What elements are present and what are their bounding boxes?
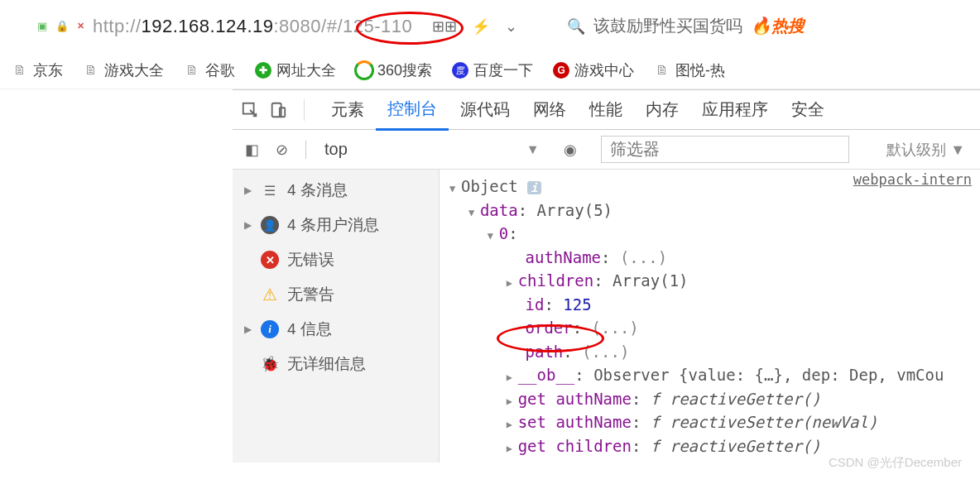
360-search-icon: [356, 62, 372, 79]
file-icon: 🗎: [12, 62, 28, 79]
devtools-panel: 元素 控制台 源代码 网络 性能 内存 应用程序 安全 ◧ ⊘ top ▼ ◉ …: [233, 89, 980, 462]
bookmark-jd[interactable]: 🗎京东: [12, 60, 63, 80]
console-output[interactable]: webpack-intern ▼Object i ▼data: Array(5)…: [440, 170, 980, 462]
tab-console[interactable]: 控制台: [376, 89, 449, 131]
sidebar-warnings[interactable]: ⚠无警告: [233, 277, 439, 312]
sidebar-toggle-icon[interactable]: ◧: [241, 141, 262, 159]
watermark: CSDN @光仔December: [829, 455, 962, 471]
360-guard-icon: ✚: [255, 62, 271, 79]
devtools-tabs: 元素 控制台 源代码 网络 性能 内存 应用程序 安全: [233, 90, 980, 130]
lock-icon: 🔒: [55, 20, 69, 32]
search-box[interactable]: 🔍 该鼓励野性买国货吗 🔥热搜: [567, 15, 805, 37]
info-icon: i: [261, 320, 279, 338]
device-icon[interactable]: [269, 101, 287, 119]
inspect-icon[interactable]: [241, 101, 259, 119]
dropdown-icon[interactable]: ▼: [526, 142, 540, 157]
bookmark-tuyue[interactable]: 🗎图悦-热: [654, 60, 725, 80]
list-icon: ☰: [261, 181, 279, 199]
sidebar-errors[interactable]: ✕无错误: [233, 242, 439, 277]
file-icon: 🗎: [654, 62, 670, 79]
baidu-icon: 度: [452, 62, 468, 79]
level-selector[interactable]: 默认级别 ▼: [886, 140, 965, 160]
tab-application[interactable]: 应用程序: [690, 90, 780, 129]
console-toolbar: ◧ ⊘ top ▼ ◉ 默认级别 ▼: [233, 130, 980, 170]
tab-elements[interactable]: 元素: [319, 90, 376, 129]
game-icon: G: [553, 62, 569, 79]
filter-input[interactable]: [601, 136, 849, 163]
bookmark-baidu[interactable]: 度百度一下: [452, 60, 533, 80]
tab-security[interactable]: 安全: [780, 90, 836, 129]
bookmarks-bar: 🗎京东 🗎游戏大全 🗎谷歌 ✚网址大全 360搜索 度百度一下 G游戏中心 🗎图…: [0, 52, 980, 89]
search-suggestion: 该鼓励野性买国货吗: [593, 15, 742, 37]
bookmark-360so[interactable]: 360搜索: [356, 60, 432, 80]
info-badge-icon[interactable]: i: [527, 181, 540, 194]
search-icon: 🔍: [567, 17, 585, 36]
eye-icon[interactable]: ◉: [560, 141, 581, 159]
hot-search-tag[interactable]: 🔥热搜: [751, 15, 805, 37]
context-selector[interactable]: top: [319, 138, 353, 161]
tab-performance[interactable]: 性能: [578, 90, 634, 129]
clear-icon[interactable]: ⊘: [271, 141, 292, 159]
tab-memory[interactable]: 内存: [634, 90, 690, 129]
blocked-icon: ✕: [77, 21, 84, 31]
sidebar-verbose[interactable]: 🐞无详细信息: [233, 347, 439, 381]
source-link[interactable]: webpack-intern: [853, 171, 972, 188]
bookmark-google[interactable]: 🗎谷歌: [184, 60, 235, 80]
sidebar-user-messages[interactable]: ▶👤4 条用户消息: [233, 208, 439, 242]
file-icon: 🗎: [184, 62, 200, 79]
qr-icon[interactable]: ⊞⊞: [432, 17, 457, 36]
warning-icon: ⚠: [261, 285, 279, 304]
bookmark-360wz[interactable]: ✚网址大全: [255, 60, 336, 80]
tab-network[interactable]: 网络: [521, 90, 578, 129]
file-icon: 🗎: [83, 62, 99, 79]
bookmark-games[interactable]: 🗎游戏大全: [83, 60, 164, 80]
console-sidebar: ▶☰4 条消息 ▶👤4 条用户消息 ✕无错误 ⚠无警告 ▶i4 信息 🐞无详细信…: [233, 170, 440, 462]
user-icon: 👤: [261, 216, 279, 234]
bug-icon: 🐞: [261, 355, 279, 373]
sidebar-messages[interactable]: ▶☰4 条消息: [233, 173, 439, 208]
shield-icon: ▣: [37, 20, 47, 32]
chevron-down-icon[interactable]: ⌄: [505, 17, 517, 36]
address-bar: ▣ 🔒 ✕ http://192.168.124.19:8080/#/125-1…: [0, 0, 980, 52]
url-text[interactable]: http://192.168.124.19:8080/#/125-110: [93, 16, 412, 37]
error-icon: ✕: [261, 251, 279, 269]
tab-sources[interactable]: 源代码: [449, 90, 521, 129]
sidebar-info[interactable]: ▶i4 信息: [233, 312, 439, 347]
bookmark-gamecenter[interactable]: G游戏中心: [553, 60, 634, 80]
bolt-icon[interactable]: ⚡: [472, 17, 490, 36]
